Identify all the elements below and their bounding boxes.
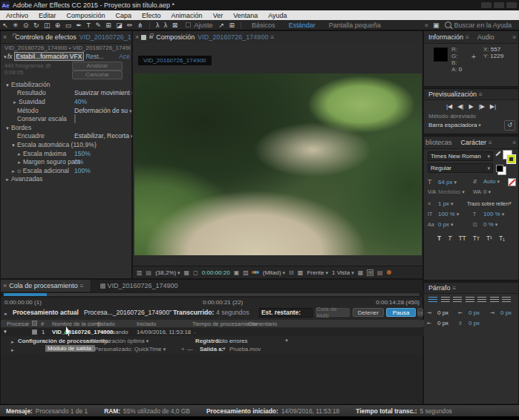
grid-guides-icon[interactable]: ▩ [298,269,304,276]
output-module-value[interactable]: Personalizado: QuickTime [94,346,166,352]
align-left-icon[interactable] [428,297,437,303]
panel-menu-icon[interactable] [463,33,471,41]
tsume-control[interactable]: ⊡0 % [473,221,497,228]
reset-icon[interactable]: ↺ [504,120,515,131]
ame-queue-button[interactable]: Cola de AME [316,308,350,317]
col-estado[interactable]: Estado [97,321,115,327]
grid-icon[interactable]: ⊞ [229,20,235,30]
snapshot-icon[interactable]: ▣ [234,269,240,276]
bw-swatch-icon[interactable] [496,165,503,172]
screenshot-icon[interactable]: ▣ [433,20,440,30]
analyze-button[interactable]: Analizar [72,62,123,70]
justify-last-right-icon[interactable] [490,297,499,303]
workspace-pantalla-pequena[interactable]: Pantalla pequeña [329,22,381,29]
property-row[interactable]: Suavidad40% [1,97,131,106]
group-expander-icon[interactable] [5,124,10,131]
lock-icon[interactable] [149,36,153,39]
space-after-field[interactable]: ⇳0 px [458,320,480,327]
comp-navigator-label[interactable]: VID_20160726_174900 [138,56,212,65]
encuadre-dropdown[interactable]: Estabilizar, Recorta [74,132,134,140]
menu-ayuda[interactable]: Ayuda [268,12,287,19]
workspace-estandar[interactable]: Estándar [289,22,316,29]
composition-viewer[interactable]: VID_20160726_174900 [133,43,422,267]
justify-last-center-icon[interactable] [477,297,486,303]
property-row[interactable]: MétodoDeformación de su [1,106,131,115]
workspace-basicos[interactable]: Básicos [252,22,275,29]
resolution-dropdown[interactable]: (Mitad) [263,269,285,276]
row-expander-icon[interactable]: ▼ [3,329,7,334]
magnification-icon[interactable]: ▤ [146,269,152,276]
cancel-button[interactable]: Cancelar [72,70,123,79]
tag-column-icon[interactable] [32,321,37,326]
remove-output-icon[interactable]: — [187,346,193,352]
small-caps-icon[interactable]: Tт [473,234,480,242]
no-fill-icon[interactable] [508,178,516,186]
axis-mode-icon-1[interactable]: λ [156,20,160,30]
baseline-shift-control[interactable]: Aa0 px [428,221,454,228]
conservar-escala-checkbox[interactable] [74,114,76,123]
menu-ver[interactable]: Ver [213,12,223,19]
view-mode-dropdown[interactable]: Frente [307,269,328,276]
close-icon[interactable] [506,2,517,8]
vertical-scale-control[interactable]: IT100 % [428,211,459,217]
fast-previews-icon[interactable]: ⊞ [367,269,373,276]
adjust-exposure-icon[interactable] [387,270,391,275]
camera-tool-icon[interactable]: ◫ [44,20,50,30]
pixel-aspect-icon[interactable]: ▦ [358,269,364,276]
zoom-level-dropdown[interactable]: (38,2%) [155,269,180,276]
tab-caracter[interactable]: Carácter [461,139,487,146]
tab-bibliotecas[interactable]: bliotecas [425,139,452,146]
last-frame-button[interactable]: ▶| [490,103,496,110]
clone-stamp-tool-icon[interactable]: ⊞ [105,20,111,30]
panel-menu-icon[interactable] [451,284,459,292]
prev-frame-button[interactable]: ◀| [457,103,463,110]
metodo-dropdown[interactable]: Deformación de su [74,107,132,114]
escala-adicional-value[interactable]: 100% [74,167,91,174]
output-expander-icon[interactable] [10,347,15,353]
property-group-row[interactable]: Escala automática (110,9%) [1,140,131,149]
param-expander-icon[interactable] [17,158,22,165]
margen-seguro-value[interactable]: 0% [74,158,83,165]
param-expander-icon[interactable] [13,98,17,105]
minimize-icon[interactable] [481,2,492,8]
output-module-label[interactable]: Módulo de salida: [45,345,95,352]
pause-button[interactable]: Pausa [386,308,416,317]
axis-mode-icon-3[interactable]: ⊠ [172,20,178,30]
indent-left-field[interactable]: ⇥0 px [427,309,448,316]
justify-all-icon[interactable] [502,297,511,303]
render-checkbox[interactable] [32,329,37,335]
panel-overflow-icon[interactable] [512,33,516,41]
axis-mode-icon-2[interactable]: λ [164,20,168,30]
font-size-control[interactable]: T64 px [428,178,457,186]
property-row[interactable]: Escala máxima150% [1,149,131,158]
eyedropper-icon[interactable] [495,151,500,156]
region-of-interest-icon[interactable]: ◻ [193,269,198,276]
col-num[interactable]: # [41,321,44,327]
settings-expander-icon[interactable] [10,338,15,345]
property-group-row[interactable]: Estabilización [1,80,131,89]
eraser-tool-icon[interactable]: ◪ [116,20,123,30]
log-dropdown-icon[interactable]: ▼ [284,338,289,343]
property-row[interactable]: Margen seguro para0% [1,157,131,166]
param-expander-icon[interactable] [17,150,22,157]
space-before-field[interactable]: ⇤0 px [427,320,448,327]
tab-previsualizacion[interactable]: Previsualización [428,91,477,98]
panel-menu-icon[interactable] [268,33,276,41]
effect-about-link[interactable]: Ace [119,53,130,60]
play-button[interactable]: ▶ [469,103,473,110]
ajuste-checkbox[interactable] [186,22,191,27]
effect-reset-link[interactable]: Rest... [85,53,104,60]
rotation-tool-icon[interactable]: ↻ [33,20,39,30]
menu-animacion[interactable]: Animación [172,12,203,19]
font-family-dropdown[interactable]: Times New Roman [428,151,493,161]
current-render-expander-icon[interactable] [4,309,8,317]
type-tool-icon[interactable]: T [87,20,91,30]
add-output-icon[interactable]: + [181,346,185,352]
property-group-row[interactable]: Avanzadas [1,175,131,184]
tab-informacion[interactable]: Información [428,33,463,41]
channels-icon[interactable] [252,271,259,274]
group-expander-icon[interactable] [5,175,10,183]
view-layout-dropdown[interactable]: 1 Vista [332,269,354,276]
stroke-color-swatch[interactable] [507,155,515,163]
param-expander-icon[interactable] [11,167,16,174]
